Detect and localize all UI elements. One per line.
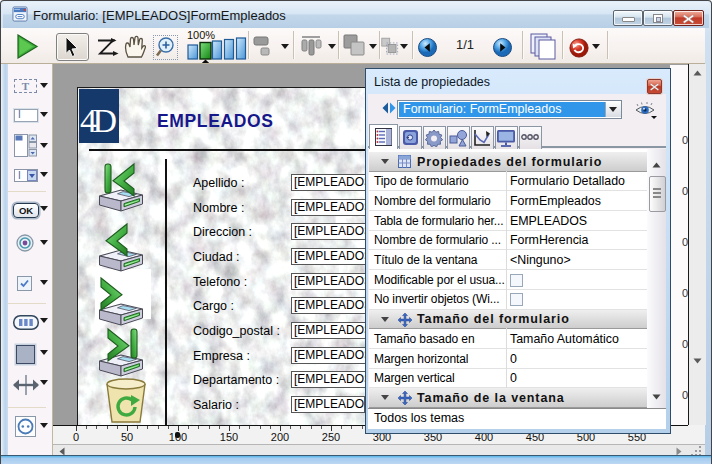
svg-text:I: I [18, 170, 21, 181]
